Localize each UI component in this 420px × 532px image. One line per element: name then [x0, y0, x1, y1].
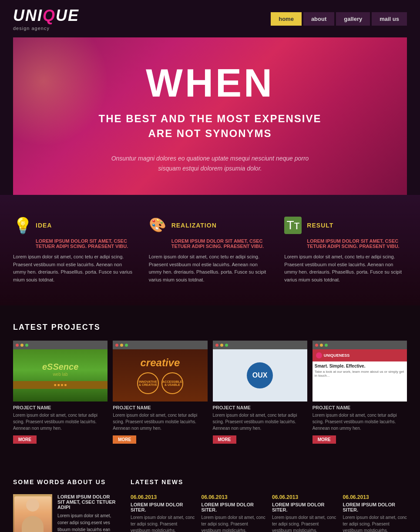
- news4-date: 06.06.2013: [343, 494, 407, 500]
- news-title: LATEST NEWS: [131, 478, 407, 485]
- feature-result: Tт RESULT LOREM IPSUM DOLOR SIT AMET, CS…: [284, 217, 407, 284]
- project3-desc: Lorem ipsum dolor sit amet, conc tetur a…: [213, 412, 307, 432]
- project4-desc: Lorem ipsum dolor sit amet, conc tetur a…: [312, 412, 407, 432]
- news3-text: Lorem ipsum dolor sit amet, conc ter adi…: [272, 514, 336, 532]
- project3-more-button[interactable]: MORE: [213, 435, 236, 444]
- project1-more-button[interactable]: MORE: [13, 435, 37, 444]
- about-text-area: LOREM IPSUM DOLOR SIT AMET, CSEC TETUER …: [57, 494, 118, 532]
- about-section: SOME WORDS ABOUT US LOREM IPSUM DOLOR SI…: [13, 478, 118, 532]
- project-thumb-4: UNIQUENESS Smart. Simple. Effective. Tak…: [312, 341, 407, 402]
- project-thumb-3: OUX: [213, 341, 307, 402]
- nav: home about gallery mail us: [271, 12, 407, 26]
- project3-name: PROJECT NAME: [213, 405, 307, 410]
- news-item-4: 06.06.2013 LOREM IPSUM DOLOR SITER. Lore…: [343, 494, 407, 532]
- about-highlight: LOREM IPSUM DOLOR SIT AMET, CSEC TETUER …: [57, 494, 118, 510]
- project2-more-button[interactable]: MORE: [113, 435, 136, 444]
- news1-text: Lorem ipsum dolor sit amet, conc ter adi…: [131, 514, 195, 532]
- project1-desc: Lorem ipsum dolor sit amet, conc tetur a…: [13, 412, 108, 432]
- news-section: LATEST NEWS 06.06.2013 LOREM IPSUM DOLOR…: [131, 478, 407, 532]
- about-photo: [13, 494, 52, 532]
- hero-section: WHEN THE BEST AND THE MOST EXPENSIVE ARE…: [13, 37, 407, 195]
- logo-q: Q: [43, 7, 56, 24]
- project2-desc: Lorem ipsum dolor sit amet, conc tetur a…: [113, 412, 207, 432]
- about-news-section: SOME WORDS ABOUT US LOREM IPSUM DOLOR SI…: [0, 461, 420, 532]
- news2-text: Lorem ipsum dolor sit amet, conc ter adi…: [202, 514, 266, 532]
- projects-title: LATEST PROJECTS: [13, 323, 407, 332]
- news3-title: LOREM IPSUM DOLOR SITER.: [272, 502, 336, 512]
- hero-title: WHEN: [30, 64, 390, 103]
- nav-about[interactable]: about: [303, 12, 334, 26]
- news-item-3: 06.06.2013 LOREM IPSUM DOLOR SITER. Lore…: [272, 494, 336, 532]
- news4-text: Lorem ipsum dolor sit amet, conc ter adi…: [343, 514, 407, 532]
- project1-name: PROJECT NAME: [13, 405, 108, 410]
- project3-logo: OUX: [247, 362, 273, 388]
- news-item-2: 06.06.2013 LOREM IPSUM DOLOR SITER. Lore…: [202, 494, 266, 532]
- project-thumb-1: eSSence web lab ■ ■ ■ ■: [13, 341, 108, 402]
- feature-idea-text: Lorem ipsum dolor sit amet, conc tetu er…: [13, 253, 136, 284]
- features-section: 💡 IDEA LOREM IPSUM DOLOR SIT AMET, CSEC …: [0, 195, 420, 305]
- project2-logo: creative: [141, 357, 180, 369]
- news3-date: 06.06.2013: [272, 494, 336, 500]
- news-item-1: 06.06.2013 LOREM IPSUM DOLOR SITER. Lore…: [131, 494, 195, 532]
- feature-idea: 💡 IDEA LOREM IPSUM DOLOR SIT AMET, CSEC …: [13, 217, 136, 284]
- palette-icon: 🎨: [149, 217, 166, 234]
- projects-section: LATEST PROJECTS eSSence web lab ■ ■ ■ ■ …: [0, 305, 420, 461]
- header: UNIQUE design agency home about gallery …: [0, 0, 420, 37]
- type-icon: Tт: [284, 217, 302, 234]
- about-text: Lorem ipsum dolor sit amet, coner adipi …: [57, 512, 118, 532]
- project4-name: PROJECT NAME: [312, 405, 407, 410]
- project2-name: PROJECT NAME: [113, 405, 207, 410]
- project-thumb-2: creative INNOVATIVE & CREATIVE ACCESSIBL…: [113, 341, 207, 402]
- feature-result-title: RESULT: [307, 222, 333, 229]
- feature-realization-title: REALIZATION: [171, 222, 217, 229]
- feature-idea-title: IDEA: [36, 222, 52, 229]
- about-title: SOME WORDS ABOUT US: [13, 478, 118, 485]
- nav-gallery[interactable]: gallery: [336, 12, 370, 26]
- bulb-icon: 💡: [13, 217, 30, 234]
- feature-idea-subtitle: LOREM IPSUM DOLOR SIT AMET, CSEC TETUER …: [13, 238, 136, 249]
- news4-title: LOREM IPSUM DOLOR SITER.: [343, 502, 407, 512]
- project-card-1: eSSence web lab ■ ■ ■ ■ PROJECT NAME Lor…: [13, 341, 108, 444]
- logo-tagline: design agency: [13, 26, 79, 31]
- news2-title: LOREM IPSUM DOLOR SITER.: [202, 502, 266, 512]
- news1-title: LOREM IPSUM DOLOR SITER.: [131, 502, 195, 512]
- feature-result-subtitle: LOREM IPSUM DOLOR SIT AMET, CSEC TETUER …: [284, 238, 407, 249]
- project-card-4: UNIQUENESS Smart. Simple. Effective. Tak…: [312, 341, 407, 444]
- news1-date: 06.06.2013: [131, 494, 195, 500]
- project1-logo: eSSence: [42, 362, 78, 372]
- feature-realization-text: Lorem ipsum dolor sit amet, conc tetu er…: [149, 253, 272, 284]
- feature-realization: 🎨 REALIZATION LOREM IPSUM DOLOR SIT AMET…: [149, 217, 272, 284]
- logo-area: UNIQUE design agency: [13, 7, 79, 31]
- feature-realization-subtitle: LOREM IPSUM DOLOR SIT AMET, CSEC TETUER …: [149, 238, 272, 249]
- hero-description: Onsuntur magni dolores eo quatione uptat…: [101, 154, 319, 173]
- news2-date: 06.06.2013: [202, 494, 266, 500]
- nav-mail[interactable]: mail us: [372, 12, 407, 26]
- project-card-2: creative INNOVATIVE & CREATIVE ACCESSIBL…: [113, 341, 207, 444]
- project-card-3: OUX PROJECT NAME Lorem ipsum dolor sit a…: [213, 341, 307, 444]
- hero-subtitle: THE BEST AND THE MOST EXPENSIVE ARE NOT …: [30, 111, 390, 141]
- news-grid: 06.06.2013 LOREM IPSUM DOLOR SITER. Lore…: [131, 494, 407, 532]
- logo-text: UNIQUE: [13, 7, 79, 25]
- projects-grid: eSSence web lab ■ ■ ■ ■ PROJECT NAME Lor…: [13, 341, 407, 444]
- feature-result-text: Lorem ipsum dolor sit amet, conc tetu er…: [284, 253, 407, 284]
- project4-more-button[interactable]: MORE: [312, 435, 336, 444]
- about-content: LOREM IPSUM DOLOR SIT AMET, CSEC TETUER …: [13, 494, 118, 532]
- logo-part2: UE: [56, 7, 79, 24]
- nav-home[interactable]: home: [271, 12, 302, 26]
- logo-part1: UNI: [13, 7, 43, 24]
